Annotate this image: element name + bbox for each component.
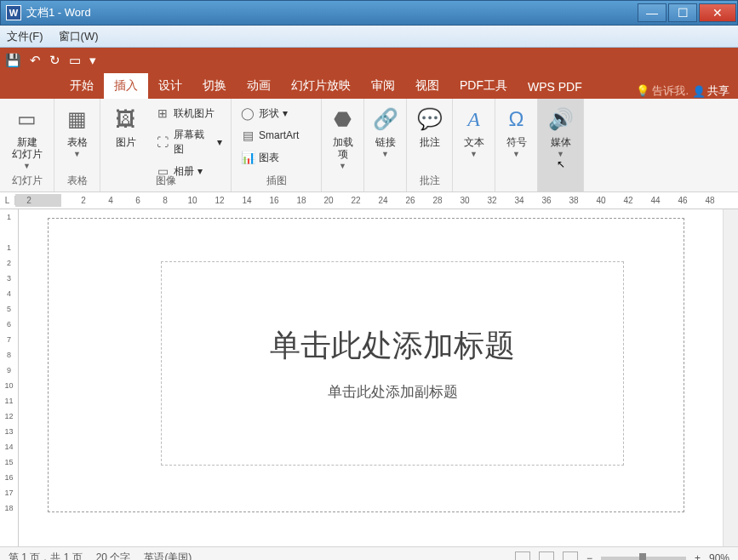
screenshot-icon: ⛶ xyxy=(155,134,170,150)
redo-icon[interactable]: ↻ xyxy=(49,53,60,68)
tab-start[interactable]: 开始 xyxy=(60,73,104,99)
ruler-tick: 38 xyxy=(560,196,587,205)
table-icon: ▦ xyxy=(62,104,93,134)
ruler-tick: 18 xyxy=(288,196,315,205)
comment-button[interactable]: 💬 批注 xyxy=(409,102,450,150)
ruler-tick: 32 xyxy=(478,196,506,205)
tab-insert[interactable]: 插入 xyxy=(104,73,148,99)
tell-me[interactable]: 💡 告诉我. xyxy=(636,83,689,99)
ruler-tick: 44 xyxy=(642,196,669,205)
group-label-slides: 幻灯片 xyxy=(0,174,54,188)
zoom-in-button[interactable]: + xyxy=(695,552,701,561)
tab-review[interactable]: 审阅 xyxy=(361,73,405,99)
ribbon: ▭ 新建 幻灯片 ▼ 幻灯片 ▦ 表格 ▼ 表格 🖼 图片 ⊞联机图片 ⛶屏幕截… xyxy=(0,99,738,192)
content-placeholder[interactable]: 单击此处添加标题 单击此处添加副标题 xyxy=(161,261,624,466)
language-status[interactable]: 英语(美国) xyxy=(144,551,192,560)
ruler-tick: 6 xyxy=(124,196,152,205)
picture-button[interactable]: 🖼 图片 xyxy=(106,102,146,150)
quick-access-toolbar: 💾 ↶ ↻ ▭ ▾ xyxy=(0,48,738,73)
group-text: A 文本 ▼ xyxy=(453,99,495,191)
ruler-tick: 2 xyxy=(7,259,11,274)
zoom-slider[interactable] xyxy=(601,557,686,560)
start-from-beginning-icon[interactable]: ▭ xyxy=(69,53,81,68)
workspace: 1123456789101112131415161718 单击此处添加标题 单击… xyxy=(0,209,738,546)
text-button[interactable]: A 文本 ▼ xyxy=(454,102,495,160)
shapes-button[interactable]: ◯形状▾ xyxy=(237,104,316,123)
tab-transition[interactable]: 切换 xyxy=(192,73,237,99)
slide-bounds[interactable]: 单击此处添加标题 单击此处添加副标题 xyxy=(48,218,684,512)
smartart-button[interactable]: ▤SmartArt xyxy=(237,126,316,145)
ruler-tick: 2 xyxy=(70,196,97,205)
comment-icon: 💬 xyxy=(415,104,445,134)
zoom-level[interactable]: 90% xyxy=(709,552,729,561)
view-print-button[interactable] xyxy=(539,551,554,561)
menu-window[interactable]: 窗口(W) xyxy=(59,29,99,44)
page-status[interactable]: 第 1 页，共 1 页 xyxy=(9,551,83,560)
symbol-icon: Ω xyxy=(501,104,532,134)
qat-dropdown-icon[interactable]: ▾ xyxy=(89,53,96,68)
online-pictures-icon: ⊞ xyxy=(155,106,170,121)
addins-icon: ⬣ xyxy=(328,104,358,134)
minimize-button[interactable]: — xyxy=(638,3,666,22)
ruler-vertical[interactable]: 1123456789101112131415161718 xyxy=(0,209,19,546)
close-button[interactable]: ✕ xyxy=(699,3,736,22)
tab-selector[interactable]: L xyxy=(0,196,15,205)
view-web-button[interactable] xyxy=(563,551,578,561)
new-slide-button[interactable]: ▭ 新建 幻灯片 ▼ xyxy=(7,102,48,172)
ruler-tick: 8 xyxy=(152,196,179,205)
tab-slideshow[interactable]: 幻灯片放映 xyxy=(281,73,361,99)
smartart-icon: ▤ xyxy=(240,128,255,143)
tab-view[interactable]: 视图 xyxy=(405,73,449,99)
tab-wpspdf[interactable]: WPS PDF xyxy=(518,75,592,99)
online-pictures-button[interactable]: ⊞联机图片 xyxy=(152,104,226,123)
editor-canvas[interactable]: 单击此处添加标题 单击此处添加副标题 xyxy=(19,209,723,546)
save-icon[interactable]: 💾 xyxy=(5,53,21,68)
group-label-comment: 批注 xyxy=(407,174,452,188)
screenshot-button[interactable]: ⛶屏幕截图▾ xyxy=(152,126,226,158)
symbol-button[interactable]: Ω 符号 ▼ xyxy=(496,102,537,160)
chevron-down-icon: ▼ xyxy=(73,150,81,158)
ruler-tick: 18 xyxy=(4,504,13,519)
zoom-out-button[interactable]: − xyxy=(586,552,592,561)
new-slide-icon: ▭ xyxy=(12,104,43,134)
ruler-horizontal[interactable]: L 22468101214161820222426283032343638404… xyxy=(0,192,738,209)
share-button[interactable]: 👤 共享 xyxy=(692,83,729,99)
ruler-tick: 10 xyxy=(4,381,13,397)
ruler-tick: 4 xyxy=(7,289,11,305)
zoom-slider-thumb[interactable] xyxy=(639,553,646,561)
ruler-tick: 22 xyxy=(342,196,369,205)
tab-design[interactable]: 设计 xyxy=(148,73,192,99)
ruler-tick: 14 xyxy=(4,443,13,458)
ruler-tick: 7 xyxy=(7,335,11,351)
ruler-tick xyxy=(43,196,70,205)
maximize-button[interactable]: ☐ xyxy=(668,3,697,22)
ruler-tick: 15 xyxy=(4,458,13,473)
ruler-tick: 3 xyxy=(7,274,11,289)
group-symbol: Ω 符号 ▼ xyxy=(495,99,538,191)
ruler-tick: 11 xyxy=(4,397,13,412)
ruler-tick: 12 xyxy=(206,196,233,205)
menu-file[interactable]: 文件(F) xyxy=(7,29,43,44)
title-placeholder[interactable]: 单击此处添加标题 xyxy=(270,325,515,367)
ruler-tick: 14 xyxy=(233,196,260,205)
addins-button[interactable]: ⬣ 加载 项 ▼ xyxy=(323,102,363,172)
ruler-tick: 1 xyxy=(7,243,11,259)
table-button[interactable]: ▦ 表格 ▼ xyxy=(57,102,98,160)
tab-animation[interactable]: 动画 xyxy=(237,73,281,99)
media-button[interactable]: 🔊 媒体 ▼ ↖ xyxy=(541,102,581,172)
subtitle-placeholder[interactable]: 单击此处添加副标题 xyxy=(328,382,458,402)
tab-pdftools[interactable]: PDF工具 xyxy=(449,73,518,99)
links-button[interactable]: 🔗 链接 ▼ xyxy=(365,102,406,160)
ruler-tick: 36 xyxy=(533,196,560,205)
word-count[interactable]: 20 个字 xyxy=(96,551,131,560)
chart-button[interactable]: 📊图表 xyxy=(237,148,316,167)
window-controls: — ☐ ✕ xyxy=(637,3,737,22)
group-links: 🔗 链接 ▼ xyxy=(364,99,407,191)
view-read-button[interactable] xyxy=(515,551,530,561)
group-label-table: 表格 xyxy=(54,174,100,188)
scrollbar-vertical[interactable] xyxy=(723,209,738,546)
ruler-tick: 17 xyxy=(4,489,13,504)
undo-icon[interactable]: ↶ xyxy=(30,53,41,68)
link-icon: 🔗 xyxy=(370,104,401,134)
ruler-tick: 2 xyxy=(15,196,43,205)
